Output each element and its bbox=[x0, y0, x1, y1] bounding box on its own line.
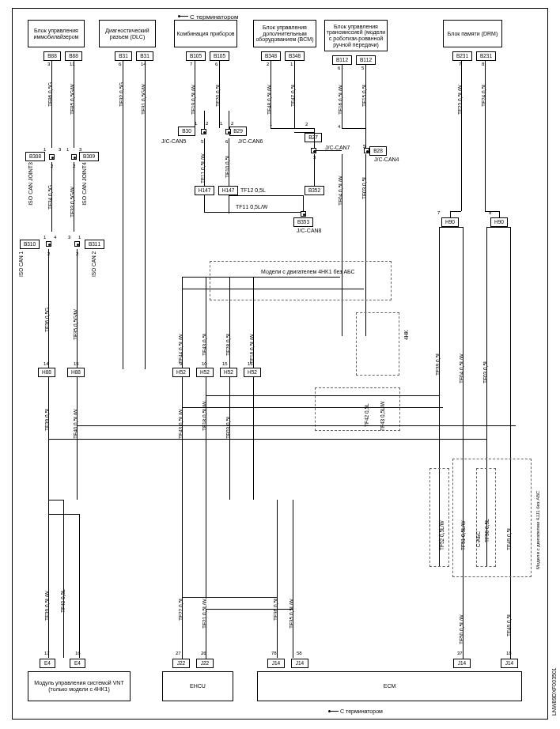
conn-h52a: H52 bbox=[172, 368, 190, 377]
document-id: LNW89DXF003501 bbox=[551, 667, 557, 716]
module-dlc: Диагностический разъем (DLC) bbox=[99, 20, 156, 47]
conn-b27: B27 bbox=[305, 133, 322, 142]
conn-b348b: B348 bbox=[285, 51, 305, 61]
module-tcm: Блок управления трансмиссией (модели с р… bbox=[324, 20, 388, 51]
module-cluster: Комбинация приборов bbox=[174, 20, 237, 47]
conn-h52c: H52 bbox=[220, 368, 237, 377]
conn-h52d: H52 bbox=[244, 368, 261, 377]
module-ecm: ECM bbox=[257, 671, 522, 701]
conn-j14b: J14 bbox=[291, 659, 308, 668]
title-bottom: С терминатором bbox=[340, 708, 383, 714]
conn-j14a: J14 bbox=[267, 659, 285, 668]
conn-b31b: B31 bbox=[136, 51, 153, 61]
conn-b30: B30 bbox=[178, 127, 195, 136]
conn-b88b: B88 bbox=[65, 51, 82, 61]
conn-b28: B28 bbox=[369, 146, 387, 156]
module-bcm: Блок управления дополнительным оборудова… bbox=[253, 20, 316, 47]
conn-e4a: E4 bbox=[40, 659, 55, 668]
conn-b112a: B112 bbox=[332, 55, 352, 65]
conn-b105b: B105 bbox=[210, 51, 229, 61]
conn-h52b: H52 bbox=[196, 368, 214, 377]
conn-b308: B308 bbox=[25, 152, 45, 161]
conn-b353: B353 bbox=[293, 217, 313, 227]
conn-h90b: H90 bbox=[490, 217, 508, 227]
conn-b112b: B112 bbox=[356, 55, 376, 65]
module-ehcu: EHCU bbox=[162, 671, 233, 701]
module-immobilizer: Блок управления иммобилайзером bbox=[28, 20, 85, 47]
conn-h147a: H147 bbox=[195, 186, 214, 195]
conn-b309: B309 bbox=[79, 152, 99, 161]
conn-h90a: H90 bbox=[441, 217, 459, 227]
conn-h147b: H147 bbox=[218, 186, 238, 195]
conn-b311: B311 bbox=[85, 240, 104, 249]
conn-b88a: B88 bbox=[44, 51, 61, 61]
conn-b29: B29 bbox=[229, 127, 247, 136]
conn-e4b: E4 bbox=[70, 659, 85, 668]
conn-b352: B352 bbox=[305, 186, 324, 195]
conn-b231a: B231 bbox=[452, 51, 472, 61]
conn-b31a: B31 bbox=[115, 51, 132, 61]
conn-j14d: J14 bbox=[501, 659, 518, 668]
conn-h88a: H88 bbox=[38, 368, 55, 377]
conn-j22a: J22 bbox=[172, 659, 190, 668]
region-4hk1-no-abs bbox=[210, 261, 392, 300]
conn-j14c: J14 bbox=[453, 659, 471, 668]
conn-b105a: B105 bbox=[186, 51, 206, 61]
conn-b348a: B348 bbox=[261, 51, 281, 61]
conn-j22b: J22 bbox=[196, 659, 214, 668]
module-drm: Блок памяти (DRM) bbox=[443, 20, 502, 47]
wiring-diagram: С терминатором Блок управления иммобилай… bbox=[0, 0, 560, 729]
diagram-frame bbox=[12, 8, 548, 720]
module-vnt: Модуль управления системой VNT (только м… bbox=[28, 671, 131, 701]
conn-h88b: H88 bbox=[67, 368, 85, 377]
conn-b310: B310 bbox=[20, 240, 40, 249]
conn-b231b: B231 bbox=[476, 51, 496, 61]
